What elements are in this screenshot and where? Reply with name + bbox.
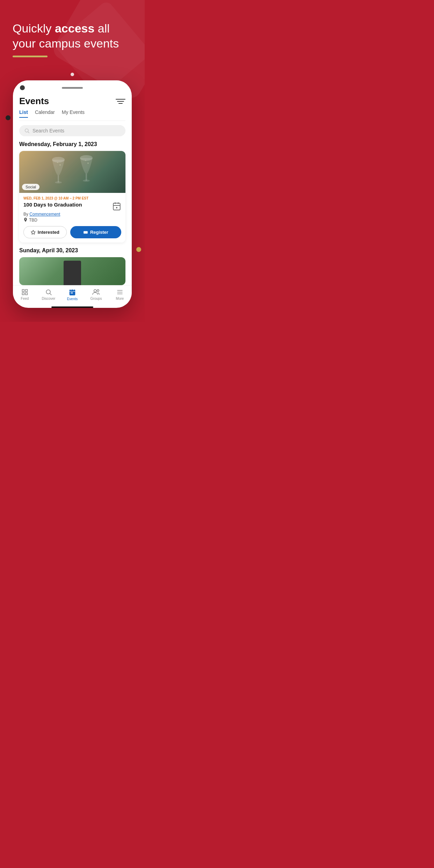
filter-line3 [118, 103, 123, 104]
side-dot-right [136, 247, 141, 252]
bottom-nav: Feed Discover Events [13, 285, 132, 304]
nav-discover-label: Discover [42, 297, 56, 301]
event-organizer: By Commencement [23, 212, 121, 217]
hero-line2: your campus events [13, 37, 119, 50]
discover-icon [45, 289, 52, 296]
svg-rect-12 [113, 203, 120, 210]
app-header: Events [19, 90, 125, 109]
svg-point-24 [46, 290, 50, 294]
groups-icon [92, 289, 100, 296]
phone-top-bar [13, 80, 132, 90]
search-placeholder: Search Events [32, 128, 64, 133]
nav-groups-label: Groups [91, 297, 102, 301]
svg-point-10 [87, 162, 89, 164]
nav-events-label: Events [67, 297, 78, 301]
svg-line-1 [28, 132, 29, 133]
nav-home-indicator [51, 306, 93, 308]
phone-mockup-wrapper: Events List Calendar My Events Se [0, 80, 145, 322]
svg-point-33 [97, 290, 99, 292]
event-actions: Interested Register [23, 226, 121, 238]
side-dot-left [6, 115, 10, 120]
nav-discover[interactable]: Discover [40, 289, 57, 301]
phone-mockup: Events List Calendar My Events Se [13, 80, 132, 308]
nav-more-label: More [116, 297, 124, 301]
filter-line2 [117, 101, 124, 102]
svg-rect-19 [84, 231, 88, 233]
hero-underline [13, 56, 48, 57]
event-image-1: Social [19, 151, 125, 193]
svg-point-32 [94, 290, 96, 292]
nav-feed-label: Feed [21, 297, 29, 301]
star-icon [31, 230, 36, 235]
svg-rect-31 [72, 292, 73, 294]
app-tabs: List Calendar My Events [19, 109, 125, 121]
organizer-link[interactable]: Commencement [29, 212, 60, 217]
event-title-row: 100 Days to Graduation [23, 202, 121, 211]
nav-events[interactable]: Events [64, 288, 81, 301]
date-heading-2: Sunday, April 30, 2023 [19, 247, 125, 254]
feed-icon [21, 289, 28, 296]
svg-rect-20 [22, 290, 24, 292]
svg-point-9 [57, 162, 58, 163]
svg-rect-21 [26, 290, 28, 292]
nav-groups[interactable]: Groups [87, 289, 105, 301]
event-card-1: Social WED, FEB 1, 2023 @ 10 AM – 2 PM E… [19, 151, 125, 243]
svg-marker-18 [31, 230, 35, 234]
phone-camera [20, 85, 25, 90]
event-badge: Social [22, 184, 39, 190]
event-card-2 [19, 257, 125, 285]
hero-section: Quickly access all your campus events [0, 0, 145, 64]
tab-calendar[interactable]: Calendar [35, 109, 55, 118]
search-icon [24, 128, 30, 133]
event-details-1: WED, FEB 1, 2023 @ 10 AM – 2 PM EST 100 … [19, 193, 125, 243]
register-button[interactable]: Register [70, 226, 121, 238]
ticket-icon [83, 230, 88, 235]
interested-button[interactable]: Interested [23, 226, 67, 238]
svg-line-25 [50, 294, 52, 295]
events-icon [68, 288, 76, 296]
svg-point-11 [85, 160, 86, 161]
calendar-add-icon[interactable] [112, 202, 121, 211]
app-content: Events List Calendar My Events Se [13, 90, 132, 285]
event-name: 100 Days to Graduation [23, 202, 109, 208]
dot-active [71, 73, 74, 76]
filter-line1 [116, 99, 125, 100]
phone-speaker [62, 87, 83, 89]
search-bar[interactable]: Search Events [19, 125, 125, 136]
nav-more[interactable]: More [111, 289, 129, 301]
hero-text: Quickly access all your campus events [13, 21, 132, 51]
more-icon [116, 289, 123, 296]
svg-point-0 [25, 129, 28, 132]
svg-point-8 [59, 164, 61, 166]
tab-list[interactable]: List [19, 109, 28, 118]
svg-point-7 [83, 180, 90, 182]
app-title: Events [19, 96, 49, 107]
date-heading-1: Wednesday, February 1, 2023 [19, 141, 125, 147]
svg-rect-30 [71, 292, 72, 294]
location-icon [23, 218, 28, 223]
tab-myevents[interactable]: My Events [62, 109, 85, 118]
nav-feed[interactable]: Feed [16, 289, 34, 301]
filter-icon[interactable] [116, 96, 125, 106]
svg-rect-22 [22, 293, 24, 295]
event-image-2 [19, 257, 125, 285]
svg-point-4 [55, 181, 62, 183]
hero-line1: Quickly access all [13, 22, 110, 35]
champagne-illustration [37, 153, 107, 191]
svg-rect-23 [26, 293, 28, 295]
grad-figure [64, 261, 81, 285]
event-location: TBD [23, 218, 121, 223]
location-text: TBD [29, 218, 37, 223]
event-date-time: WED, FEB 1, 2023 @ 10 AM – 2 PM EST [23, 196, 121, 200]
